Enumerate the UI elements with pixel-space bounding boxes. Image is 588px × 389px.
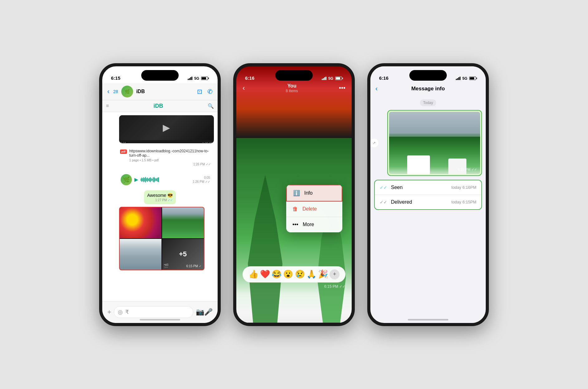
waveform: [141, 177, 190, 183]
emoji-surprised[interactable]: 😮: [283, 269, 293, 279]
more-icon: •••: [292, 221, 298, 228]
wave-16: [155, 178, 155, 182]
voice-time: 1:26 PM ✓✓: [193, 180, 210, 183]
emoji-cry[interactable]: 😢: [295, 269, 305, 279]
video-bubble[interactable]: ▶ 0:21 1:25 PM: [119, 115, 214, 143]
dynamic-island-2: [275, 70, 313, 81]
photo-viewer-back[interactable]: ‹: [243, 84, 245, 92]
search-area: ≡ iDB 🔍: [102, 100, 218, 112]
more-label: More: [303, 222, 314, 227]
wave-9: [148, 178, 149, 181]
signal-bar-2: [189, 78, 190, 80]
video-duration: 0:21: [119, 141, 128, 143]
context-menu: ℹ️ Info 🗑 Delete ••• More: [286, 185, 342, 232]
context-menu-more[interactable]: ••• More: [286, 217, 342, 232]
network-type-2: 5G: [328, 76, 333, 81]
dynamic-island-1: [141, 70, 179, 81]
pdf-message[interactable]: pdf httpswww.idownloadblog.-com20241211h…: [117, 146, 214, 169]
seen-check-icon: ✓✓: [380, 185, 387, 190]
pdf-url: httpswww.idownloadblog.-com20241211how-t…: [129, 149, 211, 158]
emoji-laugh[interactable]: 😂: [272, 269, 282, 279]
video-time: 1:25 PM: [202, 142, 214, 143]
attach-button[interactable]: +: [107, 308, 111, 316]
info-share-button[interactable]: ↗: [370, 139, 378, 147]
pdf-badge: pdf: [120, 149, 127, 154]
battery-icon-3: [469, 77, 477, 80]
signal-bar-4: [191, 77, 192, 80]
signal-bars-3: [456, 77, 460, 80]
chat-header-1: ‹ 28 🌿 iDB ⊡ ✆: [102, 83, 218, 100]
flower-image: [120, 207, 161, 238]
emoji-pray[interactable]: 🙏: [306, 269, 316, 279]
battery-body-3: [469, 77, 476, 80]
wave-13: [152, 179, 152, 181]
pdf-meta: 1 page • 1.5 MB • pdf: [129, 159, 211, 162]
battery-fill-2: [336, 77, 340, 79]
video-icon: 🎬: [163, 263, 169, 268]
dynamic-island-3: [409, 70, 447, 81]
emoji-thumbsup[interactable]: 👍: [248, 269, 258, 279]
wave-4: [143, 177, 144, 182]
info-image-bubble: 6:15 PM ✓✓: [387, 110, 482, 176]
voice-message[interactable]: 🌿 ▶: [117, 172, 214, 188]
context-menu-info[interactable]: ℹ️ Info: [286, 185, 342, 202]
message-input-area: ◎ ₹: [114, 306, 193, 318]
context-menu-delete[interactable]: 🗑 Delete: [286, 202, 342, 217]
phone-2: 6:16 5G ‹ You 8 Items •••: [233, 63, 355, 326]
photo-grid-container[interactable]: 🎬 +5 6:15 PM ✓: [119, 207, 205, 270]
info-icon: ℹ️: [293, 190, 300, 197]
wave-12: [151, 178, 152, 181]
plant-silhouette-1: [248, 175, 282, 323]
emoji-party[interactable]: 🎉: [318, 269, 328, 279]
menu-icon[interactable]: ≡: [106, 103, 109, 109]
wave-19: [157, 178, 158, 182]
grid-check: ✓: [199, 264, 201, 268]
delivered-check-icon: ✓✓: [380, 200, 387, 205]
camera-button[interactable]: 📷: [196, 308, 204, 316]
wave-6: [145, 177, 146, 183]
photo-grid-wrapper: ↗: [119, 207, 214, 270]
phone-3: 6:16 5G ‹ Message info Today: [367, 63, 489, 326]
rupee-icon[interactable]: ₹: [125, 309, 129, 315]
photo-viewer-more[interactable]: •••: [339, 84, 345, 92]
today-label: Today: [420, 99, 436, 106]
battery-tip-2: [342, 78, 343, 79]
battery-fill-3: [470, 77, 474, 79]
seen-time: today 6:16PM: [451, 185, 476, 190]
info-image: 6:15 PM ✓✓: [389, 112, 480, 174]
search-button[interactable]: 🔍: [208, 103, 214, 109]
wave-3: [142, 178, 143, 181]
message-status-section: ✓✓ Seen today 6:16PM ✓✓ Delivered today …: [374, 180, 482, 210]
status-time-3: 6:16: [379, 75, 388, 81]
video-message: ▶ 0:21 1:25 PM: [119, 115, 214, 143]
mic-button[interactable]: 🎤: [204, 308, 213, 316]
wave-7: [146, 178, 147, 181]
viewer-sender-name: You: [286, 83, 298, 89]
sticker-icon[interactable]: ◎: [118, 309, 123, 315]
phone-icon[interactable]: ✆: [207, 88, 213, 95]
play-button[interactable]: ▶: [134, 177, 138, 183]
video-call-icon[interactable]: ⊡: [197, 88, 202, 95]
message-info-back[interactable]: ‹: [375, 85, 378, 93]
add-reaction-button[interactable]: +: [330, 269, 340, 279]
back-button-1[interactable]: ‹: [107, 88, 109, 96]
wave-15: [154, 177, 154, 183]
home-indicator-3: [408, 319, 448, 320]
delete-icon: 🗑: [292, 206, 298, 212]
pot-2: [448, 159, 466, 174]
info-image-timestamp: 6:15 PM ✓✓: [458, 168, 477, 172]
photo-cell-3: [120, 239, 161, 270]
emoji-heart[interactable]: ❤️: [260, 269, 270, 279]
delivered-label: Delivered: [391, 199, 448, 205]
delivered-row: ✓✓ Delivered today 6:15PM: [375, 195, 481, 209]
text-time: 1:27 PM ✓✓: [147, 198, 173, 202]
pdf-content: pdf httpswww.idownloadblog.-com20241211h…: [120, 149, 211, 162]
status-icons-1: 5G: [188, 76, 209, 81]
status-time-1: 6:15: [111, 75, 120, 81]
wave-18: [157, 178, 157, 181]
contact-avatar-1[interactable]: 🌿: [121, 86, 133, 97]
status-icons-3: 5G: [456, 76, 477, 81]
plant-image: [162, 207, 204, 238]
delete-label: Delete: [302, 206, 317, 212]
message-info-header: ‹ Message info: [370, 83, 486, 96]
